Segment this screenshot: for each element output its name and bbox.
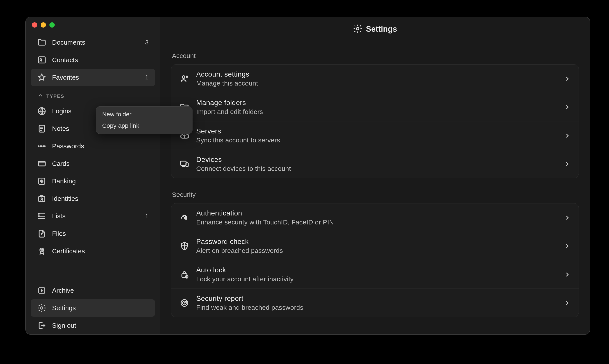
shield-icon <box>179 241 190 251</box>
row-account-settings[interactable]: Account settings Manage this account <box>171 65 579 93</box>
sidebar-item-label: Banking <box>52 177 76 185</box>
sidebar-item-signout[interactable]: Sign out <box>31 317 155 334</box>
row-title: Servers <box>196 127 280 135</box>
svg-point-15 <box>356 27 359 30</box>
sidebar-item-label: Favorites <box>52 74 79 81</box>
sidebar-item-label: Notes <box>52 125 69 132</box>
card-group-security: Authentication Enhance security with Tou… <box>171 203 579 317</box>
sidebar-item-label: Logins <box>52 107 71 115</box>
svg-point-10 <box>39 216 39 217</box>
chevron-right-icon <box>564 243 571 250</box>
chevron-right-icon <box>564 299 571 306</box>
settings-content: Account Account settings Manage this acc… <box>160 41 590 330</box>
sidebar-item-identities[interactable]: Identities <box>31 190 155 207</box>
sidebar-item-archive[interactable]: Archive <box>31 282 155 299</box>
sidebar-item-label: Sign out <box>52 322 76 329</box>
sidebar-item-label: Identities <box>52 195 78 202</box>
row-subtitle: Lock your account after inactivity <box>196 275 294 283</box>
zoom-window-button[interactable] <box>50 22 55 27</box>
row-auto-lock[interactable]: Auto lock Lock your account after inacti… <box>171 260 579 289</box>
sidebar-item-label: Certificates <box>52 247 85 255</box>
password-icon <box>37 142 46 151</box>
certificate-icon <box>37 247 46 256</box>
row-subtitle: Sync this account to servers <box>196 136 280 144</box>
row-title: Password check <box>196 238 283 246</box>
sidebar-item-banking[interactable]: Banking <box>31 172 155 190</box>
sidebar-section-types[interactable]: TYPES <box>31 86 155 102</box>
context-menu-item-new-folder[interactable]: New folder <box>96 109 192 120</box>
row-subtitle: Alert on breached passwords <box>196 247 283 254</box>
sidebar-item-certificates[interactable]: Certificates <box>31 242 155 260</box>
gear-icon <box>37 303 46 312</box>
sidebar-item-count: 1 <box>145 74 149 81</box>
sidebar-bottom-group: Archive Settings Sign out <box>31 282 155 334</box>
contact-icon <box>37 55 46 65</box>
row-devices[interactable]: Devices Connect devices to this account <box>171 150 579 178</box>
sidebar-item-label: Cards <box>52 160 70 167</box>
sidebar: Documents 3 Contacts Favorites <box>26 17 160 334</box>
sidebar-item-label: Documents <box>52 39 85 46</box>
row-servers[interactable]: Servers Sync this account to servers <box>171 121 579 150</box>
group-label-security: Security <box>172 191 579 198</box>
sidebar-item-documents[interactable]: Documents 3 <box>31 34 155 51</box>
chevron-right-icon <box>564 161 571 168</box>
row-subtitle: Connect devices to this account <box>196 165 291 172</box>
sidebar-item-label: Settings <box>52 304 76 312</box>
row-subtitle: Import and edit folders <box>196 108 263 116</box>
chevron-right-icon <box>564 132 571 139</box>
section-header-label: TYPES <box>46 93 64 99</box>
context-menu: New folder Copy app link <box>96 106 193 134</box>
note-icon <box>37 124 46 133</box>
file-icon <box>37 229 46 238</box>
fingerprint-icon <box>179 212 190 223</box>
row-manage-folders[interactable]: Manage folders Import and edit folders <box>171 93 579 121</box>
chevron-right-icon <box>564 214 571 221</box>
close-window-button[interactable] <box>32 22 37 27</box>
chevron-up-icon <box>37 92 44 100</box>
sidebar-item-label: Archive <box>52 287 74 294</box>
globe-icon <box>37 106 46 116</box>
svg-rect-18 <box>181 161 186 165</box>
titlebar: Settings <box>160 17 590 41</box>
card-group-account: Account settings Manage this account Man… <box>171 64 579 178</box>
page-title: Settings <box>366 25 397 34</box>
sidebar-item-files[interactable]: Files <box>31 225 155 242</box>
devices-icon <box>179 159 190 169</box>
card-icon <box>37 159 46 168</box>
lock-timer-icon <box>179 269 190 280</box>
context-menu-item-copy-app-link[interactable]: Copy app link <box>96 120 192 131</box>
bank-icon <box>37 177 46 186</box>
row-title: Devices <box>196 156 291 164</box>
star-icon <box>37 73 46 82</box>
row-subtitle: Manage this account <box>196 80 258 87</box>
group-label-account: Account <box>172 52 579 60</box>
account-settings-icon <box>179 74 190 84</box>
row-security-report[interactable]: Security report Find weak and breached p… <box>171 289 579 317</box>
sidebar-item-label: Files <box>52 230 66 237</box>
row-title: Manage folders <box>196 99 263 107</box>
chevron-right-icon <box>564 271 571 278</box>
row-authentication[interactable]: Authentication Enhance security with Tou… <box>171 203 579 232</box>
sidebar-item-contacts[interactable]: Contacts <box>31 51 155 69</box>
row-title: Authentication <box>196 209 334 217</box>
row-subtitle: Find weak and breached passwords <box>196 304 303 311</box>
svg-point-14 <box>41 307 43 309</box>
sidebar-item-label: Passwords <box>52 143 84 150</box>
sidebar-item-settings[interactable]: Settings <box>31 299 155 317</box>
window-controls <box>32 22 55 27</box>
sidebar-item-favorites[interactable]: Favorites 1 <box>31 69 155 86</box>
sidebar-item-cards[interactable]: Cards <box>31 155 155 172</box>
svg-point-9 <box>39 213 39 214</box>
svg-point-8 <box>41 198 43 199</box>
sidebar-item-label: Lists <box>52 212 66 220</box>
sidebar-item-lists[interactable]: Lists 1 <box>31 207 155 225</box>
svg-point-16 <box>182 76 185 78</box>
row-password-check[interactable]: Password check Alert on breached passwor… <box>171 232 579 260</box>
sidebar-item-passwords[interactable]: Passwords <box>31 137 155 155</box>
sidebar-top-group: Documents 3 Contacts Favorites <box>31 34 155 86</box>
list-icon <box>37 211 46 221</box>
row-subtitle: Enhance security with TouchID, FaceID or… <box>196 219 334 226</box>
svg-rect-19 <box>186 163 188 167</box>
radar-icon <box>179 298 190 308</box>
minimize-window-button[interactable] <box>41 22 46 27</box>
